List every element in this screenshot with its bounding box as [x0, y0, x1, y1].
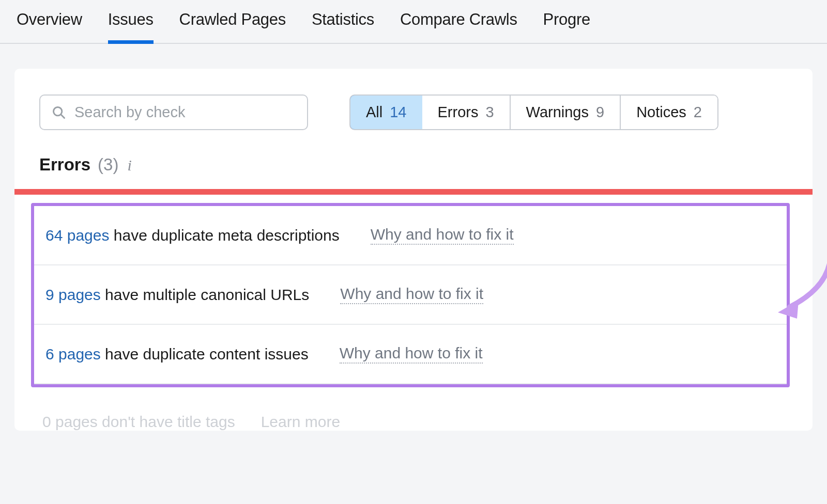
issue-row: 64 pages have duplicate meta description…: [34, 206, 787, 265]
issue-text: 6 pages have duplicate content issues: [45, 345, 309, 363]
filter-group: All 14 Errors 3 Warnings 9 Notices 2: [349, 94, 718, 130]
issue-desc: have duplicate meta descriptions: [109, 227, 339, 244]
search-input[interactable]: [74, 104, 296, 121]
faded-issue-row: 0 pages don't have title tags Learn more: [14, 387, 813, 431]
filter-warnings-label: Warnings: [526, 104, 589, 121]
search-box[interactable]: [39, 94, 308, 130]
filter-all-count: 14: [390, 104, 406, 121]
issue-row: 6 pages have duplicate content issues Wh…: [34, 325, 787, 384]
faded-learn-more: Learn more: [261, 413, 340, 431]
filter-notices-count: 2: [694, 104, 702, 121]
tab-crawled-pages[interactable]: Crawled Pages: [179, 10, 286, 43]
fix-link[interactable]: Why and how to fix it: [371, 226, 514, 245]
tab-statistics[interactable]: Statistics: [312, 10, 374, 43]
errors-title: Errors: [39, 155, 90, 175]
tab-progress[interactable]: Progre: [543, 10, 590, 43]
errors-section-header: Errors (3) i: [14, 155, 813, 189]
filter-warnings-count: 9: [596, 104, 604, 121]
errors-bar: [14, 189, 813, 195]
pages-link[interactable]: 6 pages: [45, 345, 101, 363]
fix-link[interactable]: Why and how to fix it: [340, 285, 483, 304]
nav-tabs: Overview Issues Crawled Pages Statistics…: [0, 0, 827, 44]
pages-link[interactable]: 9 pages: [45, 286, 101, 303]
filter-warnings[interactable]: Warnings 9: [511, 96, 621, 129]
issue-text: 64 pages have duplicate meta description…: [45, 227, 340, 244]
filter-notices[interactable]: Notices 2: [621, 96, 717, 129]
tab-overview[interactable]: Overview: [17, 10, 82, 43]
pages-link[interactable]: 64 pages: [45, 227, 109, 244]
issue-row: 9 pages have multiple canonical URLs Why…: [34, 265, 787, 325]
filter-all[interactable]: All 14: [349, 94, 423, 130]
search-icon: [52, 105, 66, 120]
filter-all-label: All: [366, 104, 382, 121]
issue-text: 9 pages have multiple canonical URLs: [45, 286, 309, 304]
errors-count: (3): [98, 155, 118, 175]
issue-desc: have multiple canonical URLs: [101, 286, 310, 303]
annotation-highlight: 64 pages have duplicate meta description…: [31, 203, 790, 387]
fix-link[interactable]: Why and how to fix it: [340, 344, 483, 364]
filter-errors[interactable]: Errors 3: [422, 96, 511, 129]
svg-line-1: [61, 115, 64, 118]
filter-notices-label: Notices: [636, 104, 686, 121]
filter-errors-count: 3: [485, 104, 494, 121]
tab-compare-crawls[interactable]: Compare Crawls: [400, 10, 517, 43]
filter-errors-label: Errors: [438, 104, 479, 121]
faded-desc: 0 pages don't have title tags: [42, 413, 235, 431]
issues-card: All 14 Errors 3 Warnings 9 Notices 2 Err…: [14, 69, 813, 431]
tab-issues[interactable]: Issues: [108, 10, 154, 44]
controls-row: All 14 Errors 3 Warnings 9 Notices 2: [14, 94, 813, 155]
info-icon[interactable]: i: [127, 156, 131, 174]
issue-desc: have duplicate content issues: [101, 345, 309, 363]
